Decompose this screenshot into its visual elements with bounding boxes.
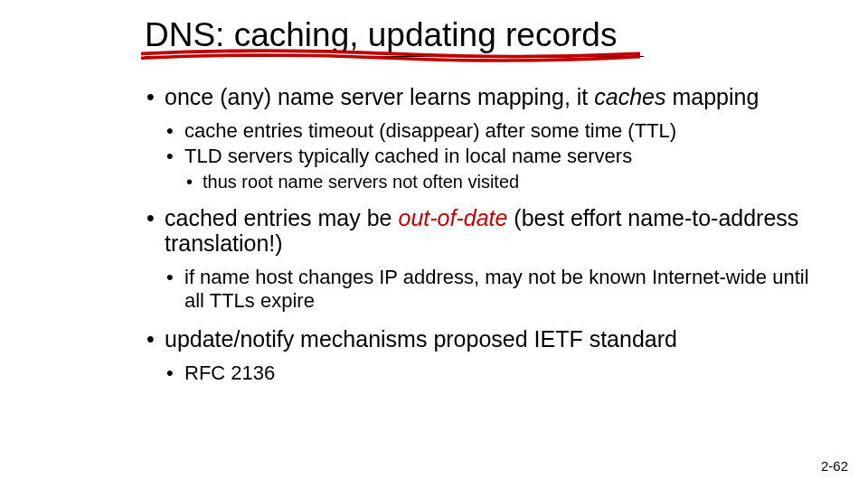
bullet-level1: once (any) name server learns mapping, i… [145, 84, 814, 110]
bullet-level2: cache entries timeout (disappear) after … [165, 119, 814, 143]
bullet-list: once (any) name server learns mapping, i… [145, 84, 814, 385]
bullet-level1: update/notify mechanisms proposed IETF s… [145, 326, 814, 352]
text-emphasis-red: out-of-date [398, 205, 507, 230]
text: cache entries timeout (disappear) after … [184, 119, 676, 142]
text: RFC 2136 [184, 361, 275, 384]
slide: DNS: caching, updating records once (any… [0, 0, 868, 488]
text: update/notify mechanisms proposed IETF s… [165, 326, 677, 352]
text: if name host changes IP address, may not… [184, 266, 809, 312]
title-container: DNS: caching, updating records [145, 16, 644, 57]
text-emphasis: caches [594, 84, 665, 109]
bullet-level3: thus root name servers not often visited [184, 171, 814, 192]
bullet-level2: TLD servers typically cached in local na… [165, 145, 814, 168]
bullet-level2: RFC 2136 [165, 361, 814, 385]
text: TLD servers typically cached in local na… [184, 145, 632, 167]
text: mapping [665, 84, 759, 109]
slide-title: DNS: caching, updating records [145, 16, 644, 57]
text: once (any) name server learns mapping, i… [165, 84, 594, 109]
bullet-level1: cached entries may be out-of-date (best … [145, 205, 814, 258]
bullet-level2: if name host changes IP address, may not… [165, 266, 814, 314]
text: cached entries may be [165, 205, 398, 230]
page-number: 2-62 [821, 458, 848, 474]
text: thus root name servers not often visited [203, 172, 519, 192]
